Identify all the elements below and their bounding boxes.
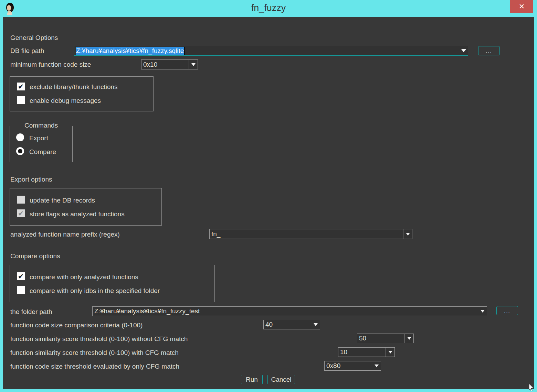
folder-path-value[interactable]: Z:¥haru¥analysis¥tics¥fn_fuzzy_test bbox=[93, 307, 478, 316]
chevron-down-icon[interactable] bbox=[403, 229, 412, 239]
sim-threshold-without-cfg-combobox[interactable]: 50 bbox=[357, 334, 414, 343]
prefix-combobox[interactable]: fn_ bbox=[209, 229, 412, 239]
export-radio[interactable] bbox=[16, 133, 24, 141]
sim-threshold-with-cfg-label: function similarity score threshold (0-1… bbox=[10, 349, 179, 357]
db-file-path-browse-button[interactable]: ... bbox=[478, 46, 500, 55]
section-compare-options: Compare options bbox=[10, 252, 60, 260]
prefix-label: analyzed function name prefix (regex) bbox=[10, 230, 120, 239]
chevron-down-icon[interactable] bbox=[189, 60, 198, 69]
min-func-code-size-value[interactable]: 0x10 bbox=[141, 60, 189, 69]
sim-threshold-without-cfg-value[interactable]: 50 bbox=[357, 334, 404, 343]
db-file-path-combobox[interactable]: Z:¥haru¥analysis¥tics¥fn_fuzzy.sqlite bbox=[74, 46, 468, 56]
sim-threshold-with-cfg-combobox[interactable]: 10 bbox=[338, 347, 395, 357]
size-criteria-label: function code size comparison criteria (… bbox=[10, 321, 143, 329]
code-size-threshold-cfg-combobox[interactable]: 0x80 bbox=[324, 361, 381, 371]
export-checkbox-group: update the DB records ✔ store flags as a… bbox=[10, 188, 162, 226]
compare-radio[interactable] bbox=[16, 147, 24, 155]
compare-radio-label[interactable]: Compare bbox=[29, 148, 56, 156]
size-criteria-value[interactable]: 40 bbox=[264, 320, 311, 329]
folder-path-combobox[interactable]: Z:¥haru¥analysis¥tics¥fn_fuzzy_test bbox=[92, 306, 487, 316]
store-flags-checkbox[interactable]: ✔ bbox=[17, 209, 25, 217]
update-db-checkbox[interactable] bbox=[17, 196, 25, 204]
only-idbs-checkbox[interactable] bbox=[17, 286, 25, 294]
cancel-button[interactable]: Cancel bbox=[267, 375, 295, 384]
min-func-code-size-label: minimum function code size bbox=[10, 61, 91, 69]
only-analyzed-label[interactable]: compare with only analyzed functions bbox=[30, 273, 138, 281]
db-file-path-value[interactable]: Z:¥haru¥analysis¥tics¥fn_fuzzy.sqlite bbox=[74, 46, 459, 55]
enable-debug-checkbox[interactable] bbox=[17, 96, 25, 104]
chevron-down-icon[interactable] bbox=[459, 46, 468, 55]
chevron-down-icon[interactable] bbox=[478, 307, 487, 316]
radio-selected-dot bbox=[18, 149, 22, 153]
sim-threshold-with-cfg-value[interactable]: 10 bbox=[338, 348, 386, 357]
folder-path-browse-button[interactable]: ... bbox=[496, 306, 518, 315]
close-button[interactable]: ✕ bbox=[510, 0, 533, 13]
update-db-label[interactable]: update the DB records bbox=[30, 196, 95, 205]
store-flags-label[interactable]: store flags as analyzed functions bbox=[30, 210, 125, 218]
text-caret bbox=[184, 47, 185, 55]
exclude-lib-label[interactable]: exclude library/thunk functions bbox=[30, 83, 118, 91]
chevron-down-icon[interactable] bbox=[311, 320, 320, 329]
section-export-options: Export options bbox=[10, 175, 52, 184]
min-func-code-size-combobox[interactable]: 0x10 bbox=[141, 59, 198, 69]
compare-checkbox-group: ✔ compare with only analyzed functions c… bbox=[10, 265, 215, 302]
only-idbs-label[interactable]: compare with only idbs in the specified … bbox=[30, 287, 160, 295]
export-radio-label[interactable]: Export bbox=[29, 134, 48, 142]
chevron-down-icon[interactable] bbox=[372, 361, 381, 370]
prefix-value[interactable]: fn_ bbox=[210, 229, 403, 239]
exclude-lib-checkbox[interactable]: ✔ bbox=[17, 83, 25, 90]
mouse-cursor bbox=[529, 384, 535, 392]
section-general-options: General Options bbox=[10, 34, 58, 42]
commands-legend: Commands bbox=[22, 122, 60, 129]
titlebar: fn_fuzzy ✕ bbox=[0, 0, 537, 17]
folder-path-label: the folder path bbox=[10, 308, 52, 316]
code-size-threshold-cfg-value[interactable]: 0x80 bbox=[325, 361, 372, 370]
general-checkbox-group: ✔ exclude library/thunk functions enable… bbox=[10, 76, 154, 111]
window-title: fn_fuzzy bbox=[0, 3, 537, 13]
only-analyzed-checkbox[interactable]: ✔ bbox=[17, 272, 25, 280]
dialog-body: General Options DB file path Z:¥haru¥ana… bbox=[3, 17, 534, 389]
code-size-threshold-cfg-label: function code size threshold evaluated b… bbox=[10, 362, 179, 371]
db-file-path-label: DB file path bbox=[10, 47, 44, 55]
sim-threshold-without-cfg-label: function similarity score threshold (0-1… bbox=[10, 335, 188, 343]
run-button[interactable]: Run bbox=[241, 375, 263, 384]
chevron-down-icon[interactable] bbox=[386, 348, 394, 357]
commands-group: Commands Export Compare bbox=[10, 126, 73, 162]
enable-debug-label[interactable]: enable debug messages bbox=[30, 97, 101, 105]
db-file-path-selected-text: Z:¥haru¥analysis¥tics¥fn_fuzzy.sqlite bbox=[76, 47, 184, 55]
chevron-down-icon[interactable] bbox=[404, 334, 413, 343]
size-criteria-combobox[interactable]: 40 bbox=[263, 320, 320, 329]
